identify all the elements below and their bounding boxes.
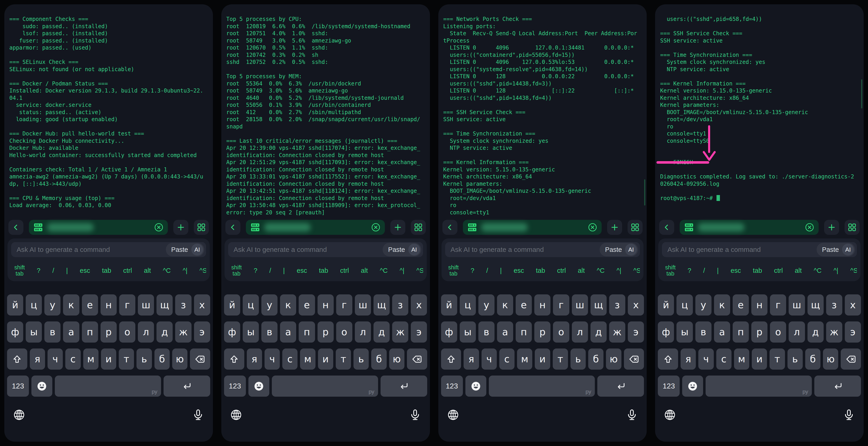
shortcut-key[interactable]: esc <box>731 267 741 275</box>
shortcut-key[interactable]: | <box>66 267 68 275</box>
key-щ[interactable]: щ <box>807 294 824 316</box>
session-tab[interactable] <box>463 220 602 235</box>
key-г[interactable]: г <box>119 294 135 316</box>
shortcut-key[interactable]: | <box>500 267 502 275</box>
key-д[interactable]: д <box>373 321 390 343</box>
session-tab[interactable] <box>246 220 385 235</box>
key-ч[interactable]: ч <box>265 349 280 370</box>
key-т[interactable]: т <box>553 349 568 370</box>
space-key[interactable]: ру <box>706 376 812 397</box>
key-е[interactable]: е <box>82 294 98 316</box>
terminal-output[interactable]: Top 5 processes by CPU:root 120819 6.6% … <box>221 4 430 216</box>
dictation-button[interactable] <box>409 409 421 421</box>
shortcut-key[interactable]: ^S <box>633 267 640 275</box>
key-л[interactable]: л <box>138 321 154 343</box>
key-щ[interactable]: щ <box>156 294 173 316</box>
key-а[interactable]: а <box>714 321 730 343</box>
key-о[interactable]: о <box>770 321 786 343</box>
key-щ[interactable]: щ <box>590 294 607 316</box>
new-session-button[interactable] <box>173 220 188 235</box>
dictation-button[interactable] <box>843 409 855 421</box>
shortcut-key[interactable]: ctrl <box>557 267 566 275</box>
key-р[interactable]: р <box>317 321 334 343</box>
sessions-grid-button[interactable] <box>194 220 209 235</box>
key-ю[interactable]: ю <box>823 349 838 370</box>
key-й[interactable]: й <box>224 294 240 316</box>
shortcut-key[interactable]: esc <box>514 267 524 275</box>
key-ю[interactable]: ю <box>172 349 187 370</box>
key-в[interactable]: в <box>261 321 278 343</box>
dictation-button[interactable] <box>626 409 638 421</box>
key-ш[interactable]: ш <box>788 294 805 316</box>
key-ц[interactable]: ц <box>677 294 693 316</box>
shortcut-key[interactable]: ctrl <box>774 267 783 275</box>
key-я[interactable]: я <box>681 349 696 370</box>
shortcut-key[interactable]: ctrl <box>340 267 349 275</box>
key-ф[interactable]: ф <box>441 321 457 343</box>
key-ы[interactable]: ы <box>26 321 42 343</box>
shortcut-key[interactable]: tab <box>102 267 111 275</box>
shortcut-key[interactable]: ^S <box>850 267 857 275</box>
key-н[interactable]: н <box>317 294 334 316</box>
shortcut-key[interactable]: ^S <box>416 267 423 275</box>
key-й[interactable]: й <box>441 294 457 316</box>
session-tab[interactable] <box>29 220 168 235</box>
key-а[interactable]: а <box>63 321 79 343</box>
key-ю[interactable]: ю <box>389 349 404 370</box>
back-button[interactable] <box>442 220 458 235</box>
back-button[interactable] <box>8 220 24 235</box>
new-session-button[interactable] <box>824 220 839 235</box>
shortcut-key[interactable]: ? <box>254 267 257 275</box>
shortcut-key[interactable]: / <box>269 267 271 275</box>
shortcut-key[interactable]: | <box>717 267 719 275</box>
shift-key[interactable] <box>224 349 244 370</box>
sessions-grid-button[interactable] <box>844 220 860 235</box>
return-key[interactable] <box>163 376 210 397</box>
paste-button[interactable]: Paste AI <box>166 243 204 256</box>
paste-button[interactable]: Paste AI <box>382 243 421 256</box>
backspace-key[interactable] <box>407 349 427 370</box>
ai-badge[interactable]: AI <box>408 244 420 255</box>
key-л[interactable]: л <box>572 321 588 343</box>
dictation-button[interactable] <box>192 409 204 421</box>
shortcut-key[interactable]: shift tab <box>231 264 242 277</box>
close-session-icon[interactable] <box>154 222 164 232</box>
key-ь[interactable]: ь <box>570 349 586 370</box>
key-э[interactable]: э <box>194 321 210 343</box>
key-н[interactable]: н <box>100 294 117 316</box>
backspace-key[interactable] <box>624 349 644 370</box>
new-session-button[interactable] <box>607 220 622 235</box>
shortcut-key[interactable]: / <box>486 267 488 275</box>
key-д[interactable]: д <box>156 321 173 343</box>
key-ы[interactable]: ы <box>243 321 259 343</box>
key-ц[interactable]: ц <box>460 294 476 316</box>
key-ю[interactable]: ю <box>606 349 621 370</box>
key-з[interactable]: з <box>392 294 408 316</box>
key-п[interactable]: п <box>82 321 98 343</box>
shortcut-key[interactable]: tab <box>753 267 762 275</box>
key-ь[interactable]: ь <box>136 349 152 370</box>
key-т[interactable]: т <box>119 349 134 370</box>
key-ф[interactable]: ф <box>7 321 23 343</box>
sessions-grid-button[interactable] <box>411 220 426 235</box>
shortcut-key[interactable]: ? <box>688 267 691 275</box>
key-о[interactable]: о <box>336 321 352 343</box>
ai-badge[interactable]: AI <box>191 244 203 255</box>
key-к[interactable]: к <box>63 294 79 316</box>
key-т[interactable]: т <box>336 349 351 370</box>
key-н[interactable]: н <box>751 294 768 316</box>
space-key[interactable]: ру <box>272 376 378 397</box>
key-й[interactable]: й <box>7 294 23 316</box>
key-и[interactable]: и <box>101 349 116 370</box>
key-к[interactable]: к <box>280 294 296 316</box>
keyboard-switch-button[interactable] <box>447 409 459 421</box>
shortcut-key[interactable]: ^| <box>617 267 621 275</box>
ai-command-input[interactable]: Ask AI to generate a command Paste AI <box>445 242 640 257</box>
key-э[interactable]: э <box>628 321 644 343</box>
key-м[interactable]: м <box>83 349 98 370</box>
key-д[interactable]: д <box>590 321 607 343</box>
keyboard-switch-button[interactable] <box>13 409 25 421</box>
key-н[interactable]: н <box>534 294 551 316</box>
key-х[interactable]: х <box>628 294 644 316</box>
shift-key[interactable] <box>7 349 27 370</box>
